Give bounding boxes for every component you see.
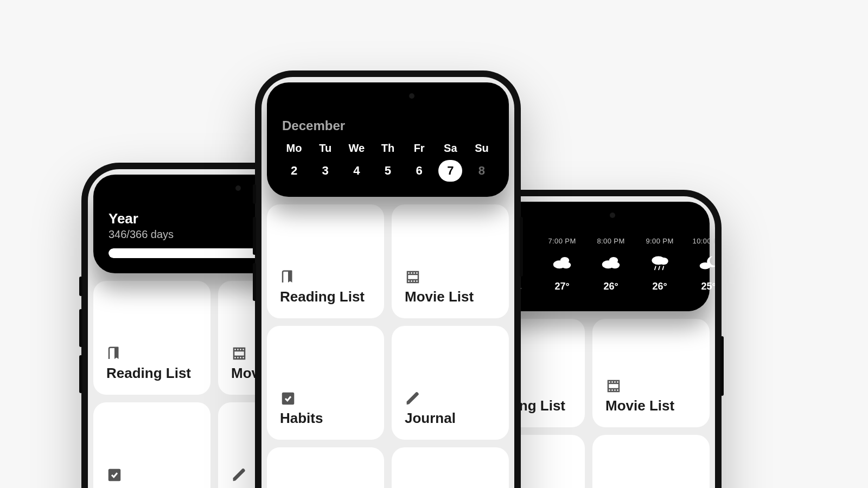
checkbox-icon bbox=[280, 390, 371, 407]
weather-hourly: 7:00 PM27°8:00 PM26°9:00 PM26°10:00 PM25… bbox=[545, 237, 715, 292]
tile-label: Journal bbox=[405, 410, 496, 427]
tile-journal[interactable]: Journal bbox=[592, 435, 710, 488]
calendar-day-numbers: 2345678 bbox=[282, 160, 494, 182]
calendar-day-labels: MoTuWeThFrSaSu bbox=[282, 142, 494, 155]
svg-point-15 bbox=[561, 262, 571, 269]
calendar-day-label: Sa bbox=[438, 142, 462, 155]
tile-journal[interactable]: Journal bbox=[392, 326, 509, 440]
tile-label: Movie List bbox=[605, 397, 697, 414]
calendar-day-label: Fr bbox=[407, 142, 431, 155]
weather-hour-time: 7:00 PM bbox=[548, 237, 576, 245]
film-icon bbox=[405, 269, 496, 285]
book-icon bbox=[106, 345, 197, 362]
weather-hour: 10:00 PM25° bbox=[691, 237, 715, 292]
tile-label: Habits bbox=[280, 410, 371, 427]
svg-line-22 bbox=[659, 266, 660, 269]
book-icon bbox=[280, 269, 371, 285]
svg-line-23 bbox=[662, 266, 663, 269]
calendar-day[interactable]: 8 bbox=[470, 160, 494, 182]
weather-hour-time: 10:00 PM bbox=[693, 237, 715, 245]
pencil-icon bbox=[405, 390, 496, 407]
calendar-day[interactable]: 2 bbox=[282, 160, 306, 182]
sensor-island bbox=[553, 206, 624, 224]
phone-calendar: December MoTuWeThFrSaSu 2345678 Reading … bbox=[255, 70, 521, 488]
svg-line-21 bbox=[655, 266, 656, 269]
tile-wallet[interactable]: Wallet bbox=[392, 447, 509, 488]
tile-habits[interactable]: Habits bbox=[93, 402, 210, 488]
sensor-island bbox=[353, 87, 423, 105]
calendar-day[interactable]: 7 bbox=[438, 160, 462, 182]
sensor-island bbox=[179, 179, 250, 197]
calendar-day[interactable]: 3 bbox=[314, 160, 337, 182]
calendar-month: December bbox=[282, 118, 494, 133]
weather-hour: 8:00 PM26° bbox=[593, 237, 628, 292]
weather-cloudy-icon bbox=[600, 252, 622, 273]
tile-habits[interactable]: Habits bbox=[267, 326, 384, 440]
calendar-day-label: We bbox=[344, 142, 368, 155]
svg-point-18 bbox=[610, 262, 620, 269]
tile-movie-list[interactable]: Movie List bbox=[392, 204, 509, 318]
calendar-day[interactable]: 5 bbox=[376, 160, 400, 182]
weather-hour-temp: 27° bbox=[554, 281, 569, 292]
tile-reading-list[interactable]: Reading List bbox=[267, 204, 384, 318]
weather-hour: 9:00 PM26° bbox=[642, 237, 677, 292]
weather-hour-time: 9:00 PM bbox=[646, 237, 673, 245]
film-icon bbox=[605, 378, 697, 394]
calendar-day-label: Tu bbox=[314, 142, 337, 155]
weather-hour-temp: 26° bbox=[652, 281, 667, 292]
calendar-day[interactable]: 4 bbox=[344, 160, 368, 182]
svg-point-24 bbox=[700, 262, 711, 269]
calendar-day-label: Th bbox=[376, 142, 400, 155]
svg-point-20 bbox=[659, 258, 668, 265]
weather-rain-icon bbox=[649, 252, 671, 273]
calendar-day[interactable]: 6 bbox=[407, 160, 431, 182]
calendar-day-label: Su bbox=[470, 142, 494, 155]
weather-night-icon bbox=[698, 252, 715, 273]
tile-label: Movie List bbox=[405, 288, 496, 305]
weather-cloudy-icon bbox=[551, 252, 573, 273]
tile-movie-list[interactable]: Movie List bbox=[592, 319, 710, 427]
tile-label: Reading List bbox=[280, 288, 371, 305]
tile-label: Reading List bbox=[106, 365, 197, 382]
calendar-day-label: Mo bbox=[282, 142, 306, 155]
weather-hour-temp: 25° bbox=[701, 281, 715, 292]
weather-hour-time: 8:00 PM bbox=[597, 237, 624, 245]
tile-reading-list[interactable]: Reading List bbox=[93, 281, 210, 395]
checkbox-icon bbox=[106, 467, 197, 483]
weather-hour: 7:00 PM27° bbox=[545, 237, 579, 292]
tile-workout[interactable]: Workout bbox=[267, 447, 384, 488]
weather-hour-temp: 26° bbox=[603, 281, 618, 292]
